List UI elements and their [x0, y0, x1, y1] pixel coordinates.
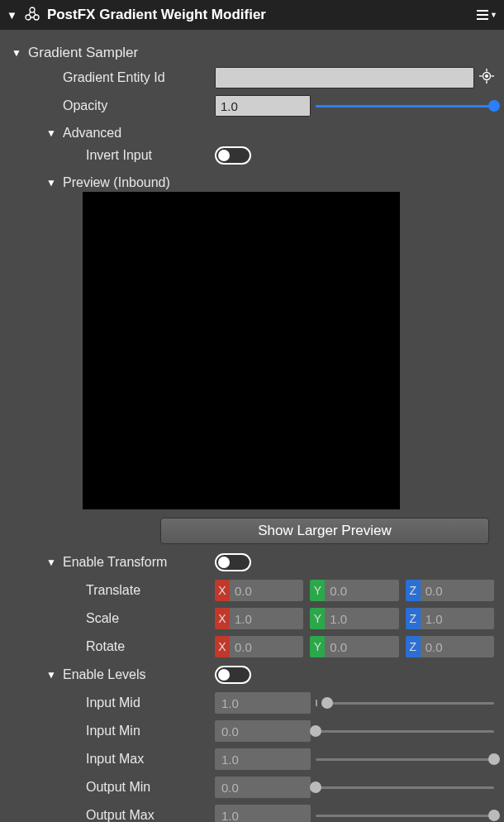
- axis-y-icon: Y: [310, 608, 325, 629]
- output-max-label: Output Max: [10, 808, 215, 822]
- preview-image: [83, 192, 400, 509]
- preview-caret[interactable]: ▼: [46, 177, 56, 189]
- section-caret[interactable]: ▼: [12, 47, 21, 59]
- translate-y-input[interactable]: Y0.0: [310, 580, 398, 601]
- panel-menu-button[interactable]: ▼: [477, 10, 497, 20]
- axis-x-icon: X: [215, 636, 230, 657]
- output-min-slider[interactable]: [316, 777, 494, 798]
- transform-caret[interactable]: ▼: [46, 557, 56, 568]
- advanced-caret[interactable]: ▼: [46, 127, 56, 139]
- scale-label: Scale: [10, 611, 215, 626]
- output-max-input[interactable]: 1.0: [215, 805, 311, 822]
- rotate-y-input[interactable]: Y0.0: [310, 636, 398, 657]
- output-min-input[interactable]: 0.0: [215, 777, 311, 798]
- enable-transform-toggle[interactable]: [215, 553, 251, 571]
- invert-label: Invert Input: [10, 148, 215, 163]
- rotate-z-input[interactable]: Z0.0: [406, 636, 494, 657]
- input-max-label: Input Max: [10, 752, 215, 767]
- hamburger-icon: [477, 10, 488, 20]
- svg-point-2: [34, 15, 39, 20]
- svg-point-1: [26, 15, 31, 20]
- scale-y-input[interactable]: Y1.0: [310, 608, 398, 629]
- input-max-slider[interactable]: [316, 748, 494, 770]
- entity-picker-icon[interactable]: [479, 69, 494, 87]
- component-icon: [24, 7, 40, 23]
- gradient-id-label: Gradient Entity Id: [10, 70, 215, 85]
- enable-levels-toggle[interactable]: [215, 666, 251, 684]
- translate-x-input[interactable]: X0.0: [215, 580, 303, 601]
- panel-header: ▼ PostFX Gradient Weight Modifier ▼: [0, 0, 504, 30]
- rotate-x-input[interactable]: X0.0: [215, 636, 303, 657]
- enable-transform-label: Enable Transform: [63, 555, 167, 570]
- input-mid-input[interactable]: 1.0: [215, 692, 311, 714]
- scale-x-input[interactable]: X1.0: [215, 608, 303, 629]
- axis-y-icon: Y: [310, 636, 325, 657]
- axis-y-icon: Y: [310, 580, 325, 601]
- preview-label: Preview (Inbound): [63, 175, 170, 190]
- axis-x-icon: X: [215, 608, 230, 629]
- opacity-slider[interactable]: [316, 95, 494, 117]
- levels-caret[interactable]: ▼: [46, 669, 56, 681]
- translate-z-input[interactable]: Z0.0: [406, 580, 494, 601]
- axis-z-icon: Z: [406, 608, 421, 629]
- section-title: Gradient Sampler: [28, 45, 138, 61]
- input-min-slider[interactable]: [316, 720, 494, 742]
- input-min-input[interactable]: 0.0: [215, 720, 311, 742]
- panel-title: PostFX Gradient Weight Modifier: [47, 7, 470, 23]
- output-min-label: Output Min: [10, 780, 215, 795]
- rotate-label: Rotate: [10, 639, 215, 654]
- show-larger-preview-button[interactable]: Show Larger Preview: [160, 518, 489, 544]
- scale-z-input[interactable]: Z1.0: [406, 608, 494, 629]
- input-max-input[interactable]: 1.0: [215, 748, 311, 770]
- axis-z-icon: Z: [406, 636, 421, 657]
- axis-z-icon: Z: [406, 580, 421, 601]
- input-mid-slider[interactable]: [316, 692, 494, 714]
- svg-point-4: [486, 75, 488, 78]
- enable-levels-label: Enable Levels: [63, 667, 146, 682]
- opacity-input[interactable]: [215, 95, 311, 117]
- collapse-caret[interactable]: ▼: [7, 9, 17, 22]
- input-mid-label: Input Mid: [10, 695, 215, 710]
- translate-label: Translate: [10, 583, 215, 598]
- opacity-label: Opacity: [10, 98, 215, 113]
- output-max-slider[interactable]: [316, 805, 494, 822]
- advanced-label: Advanced: [63, 126, 121, 141]
- input-min-label: Input Min: [10, 724, 215, 738]
- axis-x-icon: X: [215, 580, 230, 601]
- invert-toggle[interactable]: [215, 146, 251, 165]
- gradient-id-input[interactable]: [215, 67, 474, 88]
